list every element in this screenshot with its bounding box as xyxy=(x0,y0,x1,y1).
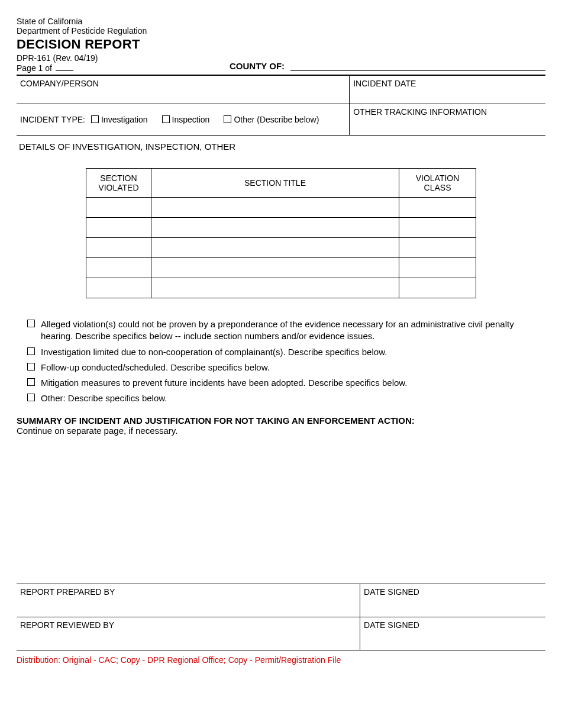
cell-section-title[interactable] xyxy=(151,198,399,218)
checkbox-icon xyxy=(224,115,231,123)
prepared-by-row: REPORT PREPARED BY DATE SIGNED xyxy=(17,584,545,617)
county-label: COUNTY OF: xyxy=(230,61,285,71)
finding-text: Investigation limited due to non-coopera… xyxy=(41,346,387,358)
cell-section-violated[interactable] xyxy=(86,258,151,278)
cell-violation-class[interactable] xyxy=(399,278,476,298)
col-section-violated: SECTION VIOLATED xyxy=(86,169,151,198)
checkbox-icon xyxy=(27,347,35,355)
cell-section-violated[interactable] xyxy=(86,278,151,298)
incident-type-inspection[interactable]: Inspection xyxy=(162,115,210,124)
form-page: State of California Department of Pestic… xyxy=(0,0,562,671)
cell-section-title[interactable] xyxy=(151,278,399,298)
reviewed-by-row: REPORT REVIEWED BY DATE SIGNED xyxy=(17,617,545,650)
col-violation-class: VIOLATION CLASS xyxy=(399,169,476,198)
finding-item[interactable]: Follow-up conducted/scheduled. Describe … xyxy=(27,362,545,373)
finding-text: Follow-up conducted/scheduled. Describe … xyxy=(41,362,270,373)
cell-section-violated[interactable] xyxy=(86,218,151,238)
violations-table: SECTION VIOLATED SECTION TITLE VIOLATION… xyxy=(86,168,476,298)
checkbox-icon xyxy=(27,378,35,386)
incident-date-cell[interactable]: INCIDENT DATE xyxy=(350,76,545,104)
cell-section-title[interactable] xyxy=(151,238,399,258)
distribution-text: Distribution: Original - CAC; Copy - DPR… xyxy=(17,655,545,665)
checkbox-icon xyxy=(27,320,35,327)
details-header: DETAILS OF INVESTIGATION, INSPECTION, OT… xyxy=(17,136,545,155)
checkbox-icon xyxy=(27,394,35,401)
cell-section-title[interactable] xyxy=(151,218,399,238)
summary-heading: SUMMARY OF INCIDENT AND JUSTIFICATION FO… xyxy=(17,415,545,426)
dept-line: Department of Pesticide Regulation xyxy=(17,26,545,36)
cell-violation-class[interactable] xyxy=(399,238,476,258)
table-row xyxy=(86,198,476,218)
cell-violation-class[interactable] xyxy=(399,258,476,278)
table-row xyxy=(86,218,476,238)
prepared-by-label: REPORT PREPARED BY xyxy=(20,587,115,597)
incident-type-label: INCIDENT TYPE: xyxy=(20,115,85,124)
finding-item[interactable]: Alleged violation(s) could not be proven… xyxy=(27,318,545,343)
cell-violation-class[interactable] xyxy=(399,218,476,238)
table-row xyxy=(86,238,476,258)
summary-subtext: Continue on separate page, if necessary. xyxy=(17,426,545,436)
cell-section-title[interactable] xyxy=(151,258,399,278)
reviewed-by-label: REPORT REVIEWED BY xyxy=(20,620,114,630)
cell-violation-class[interactable] xyxy=(399,198,476,218)
row-company-incident: COMPANY/PERSON INCIDENT DATE xyxy=(17,76,545,104)
violations-table-wrap: SECTION VIOLATED SECTION TITLE VIOLATION… xyxy=(17,168,545,298)
form-title: DECISION REPORT xyxy=(17,37,545,52)
signature-block: REPORT PREPARED BY DATE SIGNED REPORT RE… xyxy=(17,584,545,650)
reviewed-date-cell[interactable]: DATE SIGNED xyxy=(360,617,545,650)
checkbox-icon xyxy=(162,115,170,123)
findings-check-list: Alleged violation(s) could not be proven… xyxy=(27,318,545,405)
finding-text: Other: Describe specifics below. xyxy=(41,392,167,404)
reviewed-by-cell[interactable]: REPORT REVIEWED BY xyxy=(17,617,360,650)
county-input[interactable] xyxy=(290,62,545,71)
row-incident-type: INCIDENT TYPE: Investigation Inspection … xyxy=(17,104,545,136)
finding-text: Mitigation measures to prevent future in… xyxy=(41,377,408,389)
company-person-cell[interactable]: COMPANY/PERSON xyxy=(17,76,350,104)
finding-item[interactable]: Other: Describe specifics below. xyxy=(27,392,545,404)
finding-item[interactable]: Mitigation measures to prevent future in… xyxy=(27,377,545,389)
checkbox-icon xyxy=(27,363,35,371)
cell-section-violated[interactable] xyxy=(86,198,151,218)
violations-tbody xyxy=(86,198,476,298)
incident-type-opt-label: Other (Describe below) xyxy=(234,115,319,124)
finding-item[interactable]: Investigation limited due to non-coopera… xyxy=(27,346,545,358)
date-signed-label: DATE SIGNED xyxy=(364,620,419,630)
incident-type-investigation[interactable]: Investigation xyxy=(91,115,148,124)
incident-type-other[interactable]: Other (Describe below) xyxy=(224,115,319,124)
prepared-by-cell[interactable]: REPORT PREPARED BY xyxy=(17,584,360,617)
incident-type-opt-label: Inspection xyxy=(172,115,210,124)
table-row xyxy=(86,278,476,298)
prepared-date-cell[interactable]: DATE SIGNED xyxy=(360,584,545,617)
table-row xyxy=(86,258,476,278)
page-total-input[interactable] xyxy=(56,63,73,71)
date-signed-label: DATE SIGNED xyxy=(364,587,419,597)
company-person-label: COMPANY/PERSON xyxy=(20,79,344,88)
col-section-title: SECTION TITLE xyxy=(151,169,399,198)
incident-type-opt-label: Investigation xyxy=(101,115,148,124)
checkbox-icon xyxy=(91,115,99,123)
other-tracking-cell[interactable]: OTHER TRACKING INFORMATION xyxy=(350,104,545,135)
cell-section-violated[interactable] xyxy=(86,238,151,258)
finding-text: Alleged violation(s) could not be proven… xyxy=(41,318,545,343)
incident-date-label: INCIDENT DATE xyxy=(353,79,541,88)
other-tracking-label: OTHER TRACKING INFORMATION xyxy=(353,107,541,117)
incident-type-cell: INCIDENT TYPE: Investigation Inspection … xyxy=(17,104,350,135)
page-prefix: Page 1 of xyxy=(17,63,52,73)
state-line: State of California xyxy=(17,17,545,26)
